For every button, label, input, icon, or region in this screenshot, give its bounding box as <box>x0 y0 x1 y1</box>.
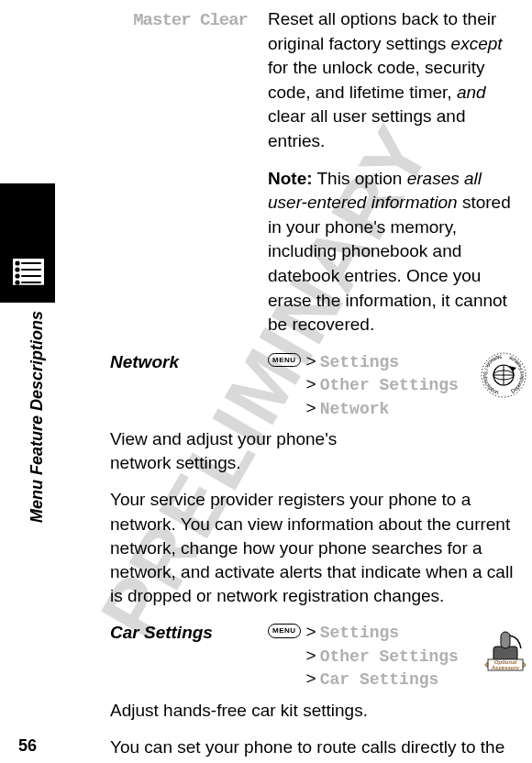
master-clear-row: Master Clear Reset all options back to t… <box>110 7 515 337</box>
network-title: Network <box>110 352 179 371</box>
page-container: Menu Feature Descriptions Master Clear R… <box>0 0 532 763</box>
svg-point-7 <box>16 281 18 283</box>
master-clear-desc: Reset all options back to their original… <box>268 7 515 337</box>
svg-point-5 <box>16 274 18 277</box>
master-clear-title: Master Clear <box>133 10 248 30</box>
car-path1: Settings <box>320 624 399 642</box>
network-path-col: MENU >Settings >Other Settings >Network <box>268 350 459 420</box>
menu-button-icon: MENU <box>268 624 301 637</box>
content-area: Master Clear Reset all options back to t… <box>110 7 515 735</box>
network-body1: View and adjust your phone's network set… <box>110 427 387 475</box>
network-path-list: >Settings >Other Settings >Network <box>306 350 459 420</box>
car-title: Car Settings <box>110 623 213 642</box>
gt: > <box>306 646 316 665</box>
menu-list-icon <box>13 259 44 286</box>
mc-note-post: stored in your phone's memory, including… <box>268 193 511 334</box>
side-label: Menu Feature Descriptions <box>28 311 47 523</box>
side-tab <box>0 183 55 303</box>
svg-text:Accessory: Accessory <box>491 665 520 670</box>
mc-desc-ital2: and <box>457 83 486 102</box>
svg-point-3 <box>16 268 18 271</box>
gt: > <box>306 669 316 688</box>
network-subscription-icon: Network / Subscription Dependent Feature <box>479 350 528 420</box>
network-path2: Other Settings <box>320 376 459 394</box>
mc-desc-ital1: except <box>451 34 503 53</box>
network-path1: Settings <box>320 353 399 371</box>
gt: > <box>306 351 316 370</box>
network-path3: Network <box>320 400 390 418</box>
master-clear-heading: Master Clear <box>110 7 248 337</box>
car-path3: Car Settings <box>320 670 439 689</box>
network-heading: Network <box>110 350 248 420</box>
mc-note-label: Note: <box>268 169 313 188</box>
svg-point-1 <box>16 261 18 264</box>
car-body1: Adjust hands-free car kit settings. <box>110 699 515 723</box>
car-heading: Car Settings <box>110 621 248 691</box>
optional-accessory-icon: Optional Accessory <box>479 621 528 691</box>
mc-note-pre: This option <box>313 169 407 188</box>
car-path-list: >Settings >Other Settings >Car Settings <box>306 621 459 691</box>
gt: > <box>306 374 316 393</box>
network-body2: Your service provider registers your pho… <box>110 488 515 608</box>
car-path-col: MENU >Settings >Other Settings >Car Sett… <box>268 621 459 691</box>
car-body2: You can set your phone to route calls di… <box>110 735 515 763</box>
gt: > <box>306 622 316 641</box>
network-row: Network MENU >Settings >Other Settings >… <box>110 350 515 420</box>
mc-desc-post: clear all user settings and entries. <box>268 106 465 150</box>
car-row: Car Settings MENU >Settings >Other Setti… <box>110 621 515 691</box>
menu-button-icon: MENU <box>268 353 301 367</box>
gt: > <box>306 398 316 417</box>
page-number: 56 <box>18 736 37 756</box>
car-path2: Other Settings <box>320 647 459 666</box>
svg-rect-18 <box>501 632 510 648</box>
mc-note: Note: This option erases all user-entere… <box>268 167 515 337</box>
mc-desc-mid: for the unlock code, security code, and … <box>268 58 485 102</box>
